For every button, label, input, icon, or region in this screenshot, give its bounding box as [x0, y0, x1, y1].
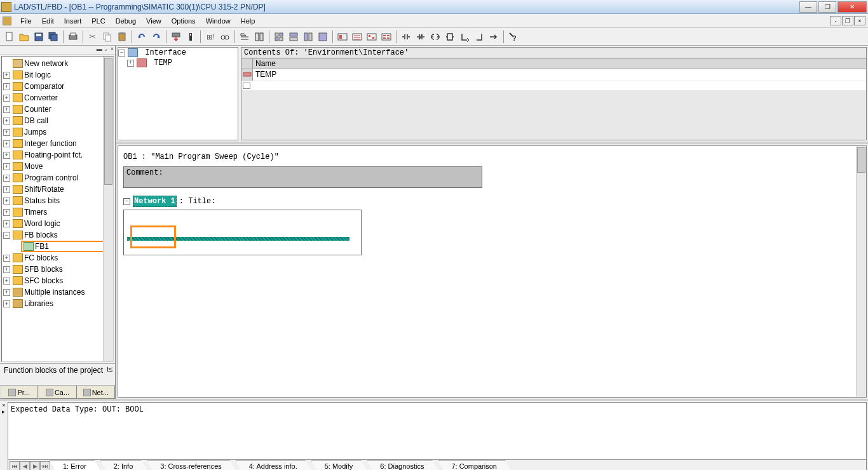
- table-row[interactable]: TEMP: [253, 69, 866, 81]
- tab-modify[interactable]: 5: Modify: [311, 460, 368, 470]
- program-editor[interactable]: OB1 : "Main Program Sweep (Cycle)" Comme…: [118, 145, 867, 398]
- sidebar-item-comparator[interactable]: + Comparator: [3, 81, 112, 92]
- print-icon[interactable]: [66, 30, 80, 44]
- menu-window[interactable]: Window: [201, 16, 236, 26]
- expand-icon[interactable]: +: [3, 140, 10, 147]
- sidebar-item-floating-point-fct-[interactable]: + Floating-point fct.: [3, 149, 112, 161]
- contact-nc-icon[interactable]: [414, 30, 428, 44]
- expand-icon[interactable]: +: [3, 300, 10, 307]
- menu-file[interactable]: File: [15, 16, 37, 26]
- expand-icon[interactable]: +: [3, 129, 10, 136]
- expand-icon[interactable]: +: [3, 209, 10, 216]
- block1-icon[interactable]: [238, 30, 252, 44]
- branch-close-icon[interactable]: [472, 30, 486, 44]
- save-all-icon[interactable]: [46, 30, 60, 44]
- sidebar-item-timers[interactable]: + Timers: [3, 206, 112, 218]
- download-icon[interactable]: [169, 30, 183, 44]
- sidebar-tab-call[interactable]: Ca...: [38, 386, 76, 399]
- branch-open-icon[interactable]: [458, 30, 471, 44]
- contact-no-icon[interactable]: [399, 30, 413, 44]
- network-collapse-icon[interactable]: −: [123, 198, 130, 205]
- expand-icon[interactable]: +: [3, 186, 10, 193]
- cut-icon[interactable]: ✂: [86, 30, 100, 44]
- menu-insert[interactable]: Insert: [59, 16, 87, 26]
- tab-nav-first[interactable]: ⏮: [10, 461, 20, 471]
- collapse-icon[interactable]: −: [3, 232, 10, 239]
- expand-icon[interactable]: +: [3, 83, 10, 90]
- sidebar-item-fb-blocks[interactable]: − FB blocks: [3, 229, 112, 241]
- editor-scrollbar[interactable]: [856, 146, 866, 397]
- expand-icon[interactable]: +: [3, 289, 10, 296]
- network-body[interactable]: [123, 210, 362, 255]
- tab-nav-prev[interactable]: ◀: [20, 461, 30, 471]
- net-blocks-icon[interactable]: [365, 30, 379, 44]
- expand-icon[interactable]: +: [3, 198, 10, 205]
- net-list-icon[interactable]: [350, 30, 364, 44]
- sidebar-item-bit-logic[interactable]: + Bit logic: [3, 69, 112, 81]
- mdi-close[interactable]: ×: [854, 16, 865, 25]
- coil-icon[interactable]: [428, 30, 442, 44]
- menu-view[interactable]: View: [141, 16, 166, 26]
- net-grid-icon[interactable]: [379, 30, 393, 44]
- copy-icon[interactable]: [100, 30, 114, 44]
- conn-icon[interactable]: [487, 30, 501, 44]
- sidebar-tab-network[interactable]: Net...: [77, 386, 115, 399]
- menu-debug[interactable]: Debug: [111, 16, 141, 26]
- reset-icon[interactable]: t≤: [107, 365, 112, 373]
- expand-icon[interactable]: +: [3, 106, 10, 113]
- sidebar-item-fb1[interactable]: FB1: [21, 241, 112, 252]
- expand-icon[interactable]: +: [3, 175, 10, 182]
- close-button[interactable]: ✕: [837, 1, 867, 13]
- sidebar-item-shift-rotate[interactable]: + Shift/Rotate: [3, 184, 112, 195]
- expand-icon[interactable]: +: [3, 163, 10, 170]
- mdi-restore[interactable]: ❐: [842, 16, 853, 25]
- expand-icon[interactable]: +: [3, 278, 10, 285]
- sidebar-scrollbar[interactable]: [103, 57, 113, 361]
- restore-button[interactable]: ❐: [818, 1, 836, 13]
- sidebar-item-integer-function[interactable]: + Integer function: [3, 138, 112, 149]
- network-label[interactable]: Network 1: [133, 196, 177, 207]
- collapse-icon[interactable]: −: [118, 50, 125, 57]
- menu-options[interactable]: Options: [166, 16, 201, 26]
- sidebar-item-sfb-blocks[interactable]: + SFB blocks: [3, 264, 112, 275]
- menu-plc[interactable]: PLC: [86, 16, 110, 26]
- sidebar-item-new-network[interactable]: New network: [3, 58, 112, 69]
- box-icon[interactable]: [443, 30, 457, 44]
- menu-help[interactable]: Help: [236, 16, 261, 26]
- sidebar-item-counter[interactable]: + Counter: [3, 104, 112, 115]
- tab-nav-last[interactable]: ⏭: [40, 461, 50, 471]
- redo-icon[interactable]: [149, 30, 163, 44]
- tab-crossref[interactable]: 3: Cross-references: [147, 460, 236, 470]
- monitor-icon[interactable]: [184, 30, 198, 44]
- sidebar-item-converter[interactable]: + Converter: [3, 92, 112, 104]
- sidebar-item-db-call[interactable]: + DB call: [3, 115, 112, 126]
- sidebar-item-libraries[interactable]: + Libraries: [3, 298, 112, 309]
- tab-address[interactable]: 4: Address info.: [236, 460, 312, 470]
- sidebar-item-jumps[interactable]: + Jumps: [3, 126, 112, 138]
- menu-edit[interactable]: Edit: [37, 16, 59, 26]
- interface-tree[interactable]: − Interface + TEMP: [118, 47, 238, 140]
- ref-icon[interactable]: ⊞!: [203, 30, 217, 44]
- net-new-icon[interactable]: [336, 30, 349, 44]
- sidebar-item-word-logic[interactable]: + Word logic: [3, 218, 112, 229]
- grid2-icon[interactable]: [287, 30, 301, 44]
- tab-nav-next[interactable]: ▶: [30, 461, 40, 471]
- insertion-highlight[interactable]: [130, 225, 176, 248]
- sidebar-item-multiple-instances[interactable]: + Multiple instances: [3, 286, 112, 298]
- sidebar-item-status-bits[interactable]: + Status bits: [3, 195, 112, 206]
- expand-icon[interactable]: +: [3, 152, 10, 159]
- expand-icon[interactable]: +: [3, 266, 10, 273]
- sidebar-item-program-control[interactable]: + Program control: [3, 172, 112, 184]
- expand-icon[interactable]: +: [3, 117, 10, 124]
- help-icon[interactable]: ?: [506, 30, 520, 44]
- sidebar-item-sfc-blocks[interactable]: + SFC blocks: [3, 275, 112, 286]
- expand-icon[interactable]: +: [3, 95, 10, 102]
- tab-comparison[interactable]: 7: Comparison: [438, 460, 512, 470]
- expand-icon[interactable]: +: [3, 255, 10, 262]
- sidebar-item-fc-blocks[interactable]: + FC blocks: [3, 252, 112, 264]
- glasses-icon[interactable]: [218, 30, 232, 44]
- mdi-minimize[interactable]: -: [830, 16, 841, 25]
- new-icon[interactable]: [3, 30, 17, 44]
- expand-icon[interactable]: +: [3, 220, 10, 227]
- sidebar-item-move[interactable]: + Move: [3, 161, 112, 172]
